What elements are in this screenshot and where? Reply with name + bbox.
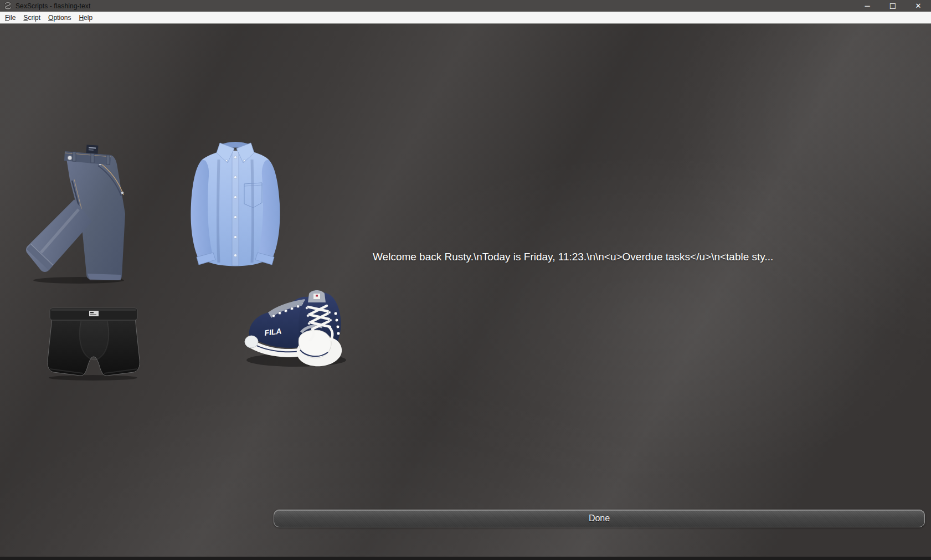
menu-script[interactable]: Script [19,12,44,23]
window-title: SexScripts - flashing-text [16,2,90,10]
bottom-strip [0,557,931,560]
menu-file[interactable]: File [1,12,19,23]
titlebar: SexScripts - flashing-text ─ ☐ ✕ [0,0,931,12]
menu-help[interactable]: Help [75,12,96,23]
app-logo-icon [3,2,12,10]
menu-help-rest: elp [84,14,92,22]
menu-options[interactable]: Options [44,12,75,23]
minimize-button[interactable]: ─ [855,0,880,12]
done-button[interactable]: Done [274,510,925,527]
sneakers-image: FILA [244,267,349,369]
client-area: FILA [0,24,931,557]
window-controls: ─ ☐ ✕ [855,0,931,12]
menu-file-rest: ile [9,14,16,22]
close-button[interactable]: ✕ [906,0,931,12]
shirt-image [186,137,285,271]
menu-options-rest: ptions [53,14,71,22]
jeans-image [17,143,129,284]
menu-options-accel: O [48,14,53,22]
app-window: SexScripts - flashing-text ─ ☐ ✕ File Sc… [0,0,931,560]
message-text: Welcome back Rusty.\nToday is Friday, 11… [373,251,773,263]
boxers-image [45,305,141,381]
maximize-button[interactable]: ☐ [880,0,906,12]
menu-script-rest: cript [28,14,40,22]
menubar: File Script Options Help [0,12,931,24]
menu-help-accel: H [79,14,84,22]
